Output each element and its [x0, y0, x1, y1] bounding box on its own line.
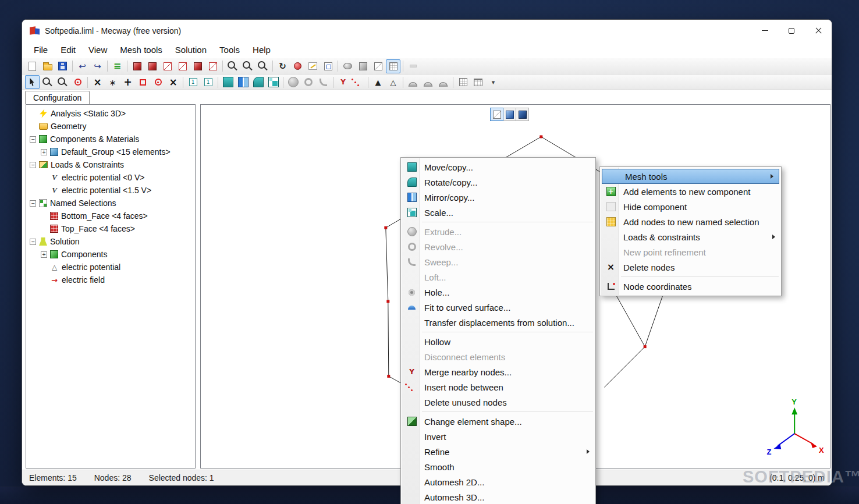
menu-item-disconnect-elements[interactable]: Disconnect elements [402, 349, 595, 364]
tree-expander-minus[interactable]: − [30, 239, 36, 245]
fit-dome-low-button[interactable] [406, 75, 420, 89]
rotate-copy-button[interactable] [251, 75, 265, 89]
menu-item-merge-nearby-nodes[interactable]: Merge nearby nodes... [402, 364, 595, 379]
menu-item-smooth[interactable]: Smooth [402, 459, 595, 474]
zoom-fit-button[interactable] [240, 59, 255, 73]
tree-expander-minus[interactable]: − [30, 136, 36, 143]
menu-item-mirror-copy[interactable]: Mirror/copy... [402, 190, 595, 205]
new-triangle-outline-button[interactable] [386, 75, 400, 89]
menu-item-automesh-3d[interactable]: Automesh 3D... [402, 489, 595, 504]
menu-edit[interactable]: Edit [54, 41, 82, 58]
inactive-tool-button[interactable] [406, 59, 420, 73]
render-mesh-button[interactable] [386, 59, 400, 73]
close-button[interactable] [805, 20, 832, 41]
menu-item-change-element-shape[interactable]: Change element shape... [402, 414, 595, 429]
open-file-button[interactable] [40, 59, 55, 73]
select-nodes-button[interactable] [151, 75, 165, 89]
menu-view[interactable]: View [82, 41, 113, 58]
menu-file[interactable]: File [27, 41, 54, 58]
menu-item-rotate-copy[interactable]: Rotate/copy... [402, 175, 595, 190]
tree-item-electric-potential-1-5-v[interactable]: electric potential <1.5 V> [26, 184, 195, 197]
mirror-copy-button[interactable] [236, 75, 250, 89]
zoom-select-button[interactable] [40, 75, 55, 89]
menu-item-new-point-refinement[interactable]: New point refinement [601, 244, 780, 260]
tree-item-top-face-4-faces[interactable]: Top_Face <4 faces> [26, 222, 195, 235]
toolbar-overflow-button[interactable] [486, 75, 501, 89]
select-elements-mode-button[interactable] [490, 108, 503, 121]
menu-item-sweep[interactable]: Sweep... [402, 254, 595, 269]
redo-button[interactable] [90, 59, 105, 73]
render-wireframe-button[interactable] [371, 59, 385, 73]
scale-button[interactable] [266, 75, 281, 89]
menu-item-move-copy[interactable]: Move/copy... [402, 159, 595, 175]
tree-item-components-materials[interactable]: − Components & Materials [26, 133, 195, 145]
show-element-faces-button[interactable] [145, 59, 159, 73]
menu-item-node-coordinates[interactable]: Node coordinates [601, 279, 780, 294]
named-views-button[interactable] [321, 59, 335, 73]
tree-item-named-selections[interactable]: − Named Selections [26, 197, 195, 210]
mesh-grid-button[interactable] [456, 75, 470, 89]
tree-item-bottom-face-4-faces[interactable]: Bottom_Face <4 faces> [26, 210, 195, 222]
new-triangle-button[interactable] [371, 75, 385, 89]
tree-expander-minus[interactable]: − [30, 200, 36, 207]
menu-mesh-tools[interactable]: Mesh tools [113, 41, 169, 58]
maximize-button[interactable] [778, 20, 805, 41]
tree-item-analysis-static-3d[interactable]: Analysis <Static 3D> [26, 107, 195, 120]
menu-item-refine[interactable]: Refine [402, 444, 595, 459]
tree-item-geometry[interactable]: Geometry [26, 120, 195, 133]
tree-expander-plus[interactable]: + [41, 149, 47, 155]
render-shaded-button[interactable] [356, 59, 370, 73]
fit-dome-mid-button[interactable] [421, 75, 435, 89]
menu-tools[interactable]: Tools [213, 41, 246, 58]
node-numbers-button[interactable] [186, 75, 200, 89]
menu-item-mesh-tools[interactable]: Mesh tools [602, 169, 779, 184]
menu-item-insert-node-between[interactable]: Insert node between [402, 379, 595, 395]
menu-item-add-nodes-to-new-named-selection[interactable]: Add nodes to new named selection [601, 214, 780, 229]
minimize-button[interactable] [751, 20, 778, 41]
undo-button[interactable] [75, 59, 90, 73]
extrude-button[interactable] [286, 75, 300, 89]
tree-item-loads-constraints[interactable]: − Loads & Constraints [26, 158, 195, 171]
menu-item-loads-constraints[interactable]: Loads & constraints [601, 229, 780, 244]
menu-item-loft[interactable]: Loft... [402, 269, 595, 285]
tab-configuration[interactable]: Configuration [25, 91, 90, 104]
new-model-button[interactable] [25, 59, 40, 73]
snap-point-button[interactable] [120, 75, 135, 89]
menu-help[interactable]: Help [246, 41, 277, 58]
menu-item-add-elements-to-new-component[interactable]: Add elements to new component [601, 184, 780, 199]
show-surface-mesh-button[interactable] [503, 108, 516, 121]
pan-tool-button[interactable] [55, 75, 70, 89]
save-file-button[interactable] [55, 59, 70, 73]
render-smooth-button[interactable] [340, 59, 355, 73]
data-table-button[interactable] [471, 75, 485, 89]
show-loads-button[interactable] [190, 59, 205, 73]
sweep-button[interactable] [316, 75, 331, 89]
insert-nodes-button[interactable] [351, 75, 365, 89]
zoom-window-button[interactable] [225, 59, 240, 73]
select-tool-button[interactable] [25, 75, 40, 89]
menu-item-invert[interactable]: Invert [402, 429, 595, 444]
tree-expander-plus[interactable]: + [41, 251, 47, 258]
split-elements-button[interactable] [336, 75, 350, 89]
show-element-edges-button[interactable] [160, 59, 175, 73]
menu-item-extrude[interactable]: Extrude... [402, 224, 595, 239]
show-element-outline-button[interactable] [175, 59, 190, 73]
fit-dome-high-button[interactable] [436, 75, 450, 89]
menu-item-hollow[interactable]: Hollow [402, 334, 595, 349]
move-copy-button[interactable] [221, 75, 235, 89]
zoom-previous-button[interactable] [255, 59, 270, 73]
tree-item-default-group-15-elements[interactable]: + Default_Group <15 elements> [26, 145, 195, 158]
rotate-view-button[interactable] [275, 59, 290, 73]
tree-item-electric-field[interactable]: electric field [26, 274, 195, 286]
select-visible-button[interactable] [70, 75, 85, 89]
menu-item-scale[interactable]: Scale... [402, 205, 595, 220]
revolve-button[interactable] [301, 75, 315, 89]
menu-item-fit-to-curved-surface[interactable]: Fit to curved surface... [402, 300, 595, 315]
menu-item-delete-nodes[interactable]: Delete nodes [601, 260, 780, 275]
menu-item-hole[interactable]: Hole... [402, 285, 595, 300]
show-element-surfaces-button[interactable] [130, 59, 144, 73]
tree-item-electric-potential[interactable]: electric potential [26, 261, 195, 274]
tree-expander-minus[interactable]: − [30, 162, 36, 168]
tree-item-components[interactable]: + Components [26, 248, 195, 261]
select-faces-button[interactable] [136, 75, 150, 89]
